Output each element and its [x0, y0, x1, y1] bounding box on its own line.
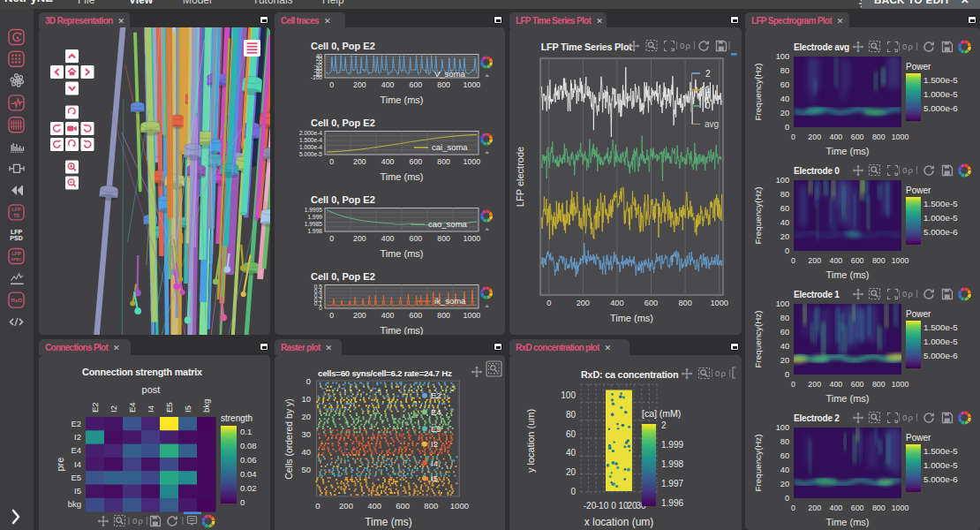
svg-text:I2: I2	[74, 432, 81, 442]
svg-text:0: 0	[785, 123, 789, 132]
svg-text:400: 400	[830, 256, 843, 265]
svg-text:0: 0	[240, 497, 245, 507]
svg-text:200: 200	[353, 234, 366, 243]
svg-text:1.997: 1.997	[661, 479, 683, 488]
svg-text:0: 0	[715, 368, 720, 378]
svg-text:Cell 0, Pop E2: Cell 0, Pop E2	[311, 41, 375, 51]
svg-text:400: 400	[830, 504, 843, 512]
svg-text:cells=60 syns/cell=6.2 rate=: cells=60 syns/cell=6.2 rate=24.7 Hz	[318, 368, 452, 378]
svg-text:x location (um): x location (um)	[584, 516, 654, 528]
svg-text:1.000e-4: 1.000e-4	[299, 144, 322, 150]
svg-text:100: 100	[776, 299, 789, 308]
svg-text:80: 80	[780, 314, 789, 322]
svg-text:I5: I5	[74, 486, 81, 496]
svg-text:1.500e-4: 1.500e-4	[299, 137, 322, 143]
svg-text:20: 20	[780, 356, 789, 365]
svg-text:1.998: 1.998	[661, 459, 683, 469]
svg-text:Time (ms): Time (ms)	[380, 248, 423, 259]
svg-text:0: 0	[902, 413, 907, 422]
svg-text:E5: E5	[164, 402, 174, 413]
svg-text:0: 0	[329, 234, 334, 243]
svg-text:400: 400	[830, 132, 843, 141]
svg-text:5.000e-6: 5.000e-6	[923, 103, 958, 113]
svg-text:E4: E4	[71, 445, 81, 455]
svg-text:200: 200	[808, 132, 821, 141]
svg-text:100: 100	[561, 390, 576, 400]
svg-text:1.9985: 1.9985	[305, 221, 323, 227]
svg-text:-10: -10	[596, 501, 609, 511]
svg-text:0: 0	[329, 157, 334, 166]
svg-text:600: 600	[851, 504, 864, 512]
svg-text:400: 400	[381, 157, 395, 166]
svg-text:200: 200	[577, 299, 590, 307]
svg-text:5.000e-5: 5.000e-5	[299, 151, 322, 157]
svg-text:100: 100	[776, 52, 789, 61]
svg-text:0.06: 0.06	[240, 455, 257, 465]
svg-text:400: 400	[381, 80, 395, 89]
svg-text:1.996: 1.996	[661, 498, 683, 508]
svg-text:ρ: ρ	[908, 289, 914, 299]
svg-text:600: 600	[410, 80, 423, 89]
svg-text:RxD: RxD	[11, 298, 22, 303]
svg-text:2: 2	[705, 69, 711, 79]
svg-text:Cell 0, Pop E2: Cell 0, Pop E2	[311, 194, 375, 205]
svg-text:0: 0	[785, 494, 789, 503]
svg-text:20: 20	[780, 232, 789, 241]
svg-text:1.999: 1.999	[307, 214, 322, 220]
svg-text:20: 20	[566, 467, 577, 477]
svg-text:0: 0	[570, 487, 576, 496]
svg-text:pre: pre	[55, 458, 65, 472]
svg-text:0: 0	[791, 380, 795, 389]
svg-text:80: 80	[780, 437, 789, 446]
svg-text:0.04: 0.04	[240, 469, 257, 479]
svg-text:LFP: LFP	[11, 229, 23, 235]
svg-text:Frequency(Hz): Frequency(Hz)	[753, 64, 763, 121]
svg-text:400: 400	[367, 501, 381, 511]
svg-text:600: 600	[851, 380, 864, 389]
svg-text:1000: 1000	[464, 234, 481, 243]
svg-text:1000: 1000	[464, 311, 481, 320]
svg-text:Time (ms): Time (ms)	[380, 95, 423, 105]
svg-text:1000: 1000	[710, 299, 727, 307]
svg-text:0: 0	[306, 376, 311, 386]
svg-text:Cells (ordered by y): Cells (ordered by y)	[283, 398, 294, 480]
svg-text:E5: E5	[71, 473, 81, 482]
svg-text:100: 100	[776, 176, 789, 185]
svg-text:400: 400	[381, 311, 395, 320]
svg-text:y location (um): y location (um)	[525, 409, 536, 473]
svg-text:Time (ms): Time (ms)	[380, 171, 423, 182]
svg-text:ik_soma: ik_soma	[434, 296, 466, 306]
svg-text:ρ: ρ	[686, 41, 691, 50]
svg-text:0: 0	[680, 41, 684, 50]
svg-text:Electrode 2: Electrode 2	[794, 413, 840, 423]
svg-text:Cell 0, Pop E2: Cell 0, Pop E2	[311, 117, 375, 128]
svg-text:50: 50	[301, 465, 311, 474]
svg-text:400: 400	[830, 380, 843, 389]
svg-text:E2: E2	[71, 419, 81, 428]
svg-text:I2: I2	[109, 405, 118, 413]
svg-text:1000: 1000	[892, 504, 909, 512]
svg-text:0.08: 0.08	[240, 441, 257, 450]
svg-text:0: 0	[791, 256, 795, 265]
svg-text:5.000e-6: 5.000e-6	[923, 474, 958, 484]
svg-text:I4: I4	[74, 459, 81, 469]
svg-text:600: 600	[410, 234, 423, 243]
svg-text:strength: strength	[221, 413, 253, 423]
svg-text:ρ: ρ	[721, 368, 727, 378]
svg-text:0: 0	[315, 501, 320, 511]
svg-text:20: 20	[780, 109, 789, 117]
svg-text:E4: E4	[431, 407, 441, 417]
svg-text:800: 800	[424, 501, 438, 511]
svg-text:E2: E2	[90, 402, 100, 413]
svg-text:0: 0	[319, 305, 322, 311]
svg-text:bkg: bkg	[201, 399, 211, 413]
svg-text:20: 20	[301, 412, 311, 421]
svg-text:60: 60	[780, 451, 789, 460]
svg-text:800: 800	[872, 132, 886, 141]
svg-text:600: 600	[851, 132, 864, 141]
svg-text:1: 1	[705, 85, 711, 95]
svg-text:LFP: LFP	[11, 251, 21, 256]
svg-text:I5: I5	[431, 473, 438, 483]
svg-text:800: 800	[437, 234, 450, 243]
svg-text:Frequency(Hz): Frequency(Hz)	[753, 187, 763, 245]
